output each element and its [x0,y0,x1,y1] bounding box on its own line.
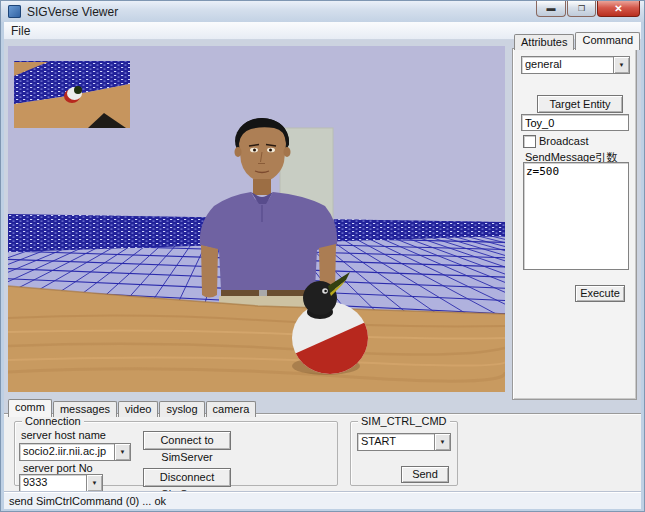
chevron-down-icon[interactable]: ▼ [613,57,629,73]
connection-group: Connection server host name socio2.iir.n… [14,421,338,486]
tab-attributes[interactable]: Attributes [514,34,574,50]
tab-comm[interactable]: comm [8,399,52,417]
sim-ctrl-group: SIM_CTRL_CMD START ▼ Send [350,421,458,486]
target-entity-input[interactable] [521,114,629,131]
overview-inset [14,57,130,128]
target-entity-button[interactable]: Target Entity [537,95,623,113]
close-icon: ✕ [614,4,622,14]
send-message-input[interactable]: z=500 [523,162,629,270]
comm-tab-panel: Connection server host name socio2.iir.n… [4,413,641,492]
avatar-neck [253,179,271,195]
tab-messages[interactable]: messages [53,401,117,417]
server-port-value: 9333 [23,476,86,488]
execute-button[interactable]: Execute [575,285,625,302]
sim-ctrl-group-label: SIM_CTRL_CMD [358,415,450,427]
sim-ctrl-select[interactable]: START ▼ [357,433,451,451]
title-bar[interactable]: SIGVerse Viewer ▬ ❒ ✕ [1,1,644,22]
chevron-down-icon[interactable]: ▼ [434,434,450,450]
tab-syslog[interactable]: syslog [159,401,204,417]
server-port-select[interactable]: 9333 ▼ [19,474,103,492]
server-host-value: socio2.iir.nii.ac.jp [23,445,114,457]
inset-toy [74,86,82,94]
sim-ctrl-value: START [361,435,434,447]
minimize-button[interactable]: ▬ [536,1,566,17]
bottom-tab-strip: commmessagesvideosyslogcamera [8,399,257,417]
broadcast-label: Broadcast [539,135,589,147]
broadcast-checkbox[interactable] [523,135,536,148]
chevron-down-icon[interactable]: ▼ [86,475,102,491]
send-button[interactable]: Send [401,466,449,483]
chevron-down-icon[interactable]: ▼ [114,444,130,460]
maximize-icon: ❒ [578,5,585,13]
server-host-label: server host name [21,429,106,441]
command-type-value: general [525,58,613,70]
3d-viewport[interactable] [8,46,505,392]
connect-button[interactable]: Connect to SimServer [143,431,231,450]
close-button[interactable]: ✕ [597,1,640,17]
tab-video[interactable]: video [118,401,158,417]
server-port-label: server port No [23,462,93,474]
status-bar: send SimCtrlCommand (0) ... ok [4,492,641,509]
minimize-icon: ▬ [547,4,556,13]
maximize-button[interactable]: ❒ [567,1,596,17]
window-title: SIGVerse Viewer [27,5,118,19]
avatar-belt [221,290,315,296]
command-type-select[interactable]: general ▼ [521,56,630,74]
tab-camera[interactable]: camera [206,401,257,417]
tab-command[interactable]: Command [575,32,640,50]
menu-file[interactable]: File [4,22,37,40]
app-window: SIGVerse Viewer ▬ ❒ ✕ File [0,0,645,512]
disconnect-button[interactable]: Disconnect SimServer [143,468,231,487]
status-text: send SimCtrlCommand (0) ... ok [4,493,166,507]
avatar-left-arm [201,245,218,298]
command-panel: AttributesCommand general ▼ Target Entit… [512,32,637,400]
server-host-select[interactable]: socio2.iir.nii.ac.jp ▼ [19,443,131,461]
app-icon [8,5,21,18]
scene-canvas [8,46,505,392]
